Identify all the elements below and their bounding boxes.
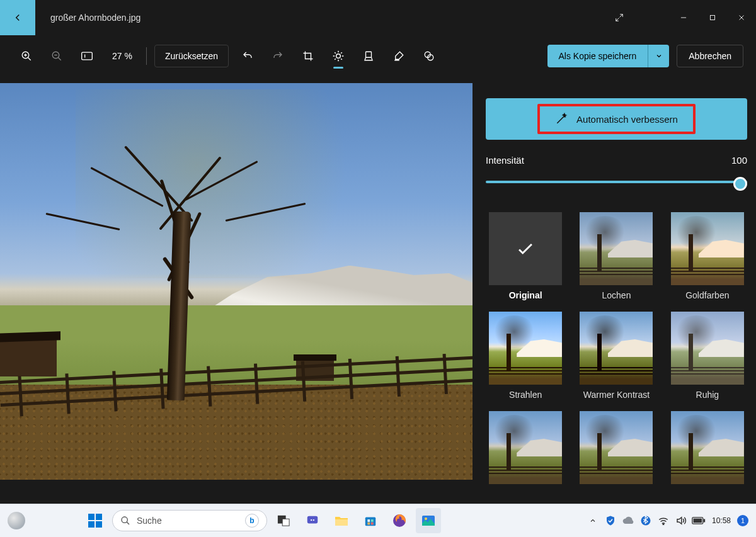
taskview-icon[interactable] xyxy=(271,508,296,533)
svg-point-8 xyxy=(122,517,127,523)
filter-grid: Original Lochen Goldfarben Strahlen Warm… xyxy=(486,212,747,489)
intensity-label: Intensität xyxy=(486,155,524,166)
file-name: großer Ahornboden.jpg xyxy=(50,13,140,23)
filter-strahlen[interactable]: Strahlen xyxy=(486,312,565,400)
zoom-in-icon[interactable] xyxy=(13,42,40,70)
filter-label: Goldfarben xyxy=(668,290,747,300)
slider-thumb[interactable] xyxy=(733,177,747,191)
svg-rect-26 xyxy=(694,519,702,523)
svg-rect-15 xyxy=(365,517,376,526)
filter-ruhig[interactable]: Ruhig xyxy=(668,312,747,400)
tray-chevron-icon[interactable] xyxy=(586,508,600,533)
fullscreen-icon[interactable] xyxy=(605,3,634,33)
redo-icon[interactable] xyxy=(264,42,292,70)
taskbar-search[interactable]: Suche b xyxy=(112,510,267,531)
notification-badge[interactable]: 1 xyxy=(737,515,748,526)
toolbar-divider xyxy=(146,47,147,65)
svg-rect-0 xyxy=(711,16,715,20)
svg-point-24 xyxy=(663,524,664,525)
retouch-icon[interactable] xyxy=(415,42,443,70)
filter-label: Ruhig xyxy=(668,390,747,400)
taskbar-clock[interactable]: 10:58 xyxy=(712,516,731,525)
reset-button[interactable]: Zurücksetzen xyxy=(154,45,229,67)
filter-original[interactable]: Original xyxy=(486,212,565,300)
intensity-value: 100 xyxy=(731,155,747,166)
filter-label: Lochen xyxy=(576,290,656,300)
weather-widget-icon[interactable] xyxy=(8,512,25,529)
explorer-icon[interactable] xyxy=(329,508,354,533)
photos-app-icon[interactable] xyxy=(416,508,441,533)
svg-point-4 xyxy=(336,54,341,59)
filter-goldfarben[interactable]: Goldfarben xyxy=(668,212,747,300)
maximize-button[interactable] xyxy=(698,3,727,33)
svg-rect-27 xyxy=(704,519,706,522)
filter-label: Original xyxy=(486,290,565,300)
chat-icon[interactable] xyxy=(300,508,325,533)
auto-enhance-button[interactable]: Automatisch verbessern xyxy=(486,98,747,140)
filter-label: Strahlen xyxy=(486,390,565,400)
taskbar: Suche b 10:58 1 xyxy=(0,504,756,537)
security-icon[interactable] xyxy=(604,508,617,533)
save-button[interactable]: Als Kopie speichern xyxy=(547,45,648,67)
wand-icon xyxy=(555,113,568,125)
svg-rect-14 xyxy=(335,519,348,526)
search-placeholder: Suche xyxy=(137,516,239,526)
filter-lochen[interactable]: Lochen xyxy=(576,212,656,300)
adjust-icon[interactable] xyxy=(324,42,352,70)
back-button[interactable] xyxy=(0,0,35,35)
battery-icon[interactable] xyxy=(692,508,706,533)
svg-rect-17 xyxy=(371,519,374,522)
svg-rect-11 xyxy=(307,516,318,524)
wifi-icon[interactable] xyxy=(656,508,670,533)
preview-area xyxy=(0,83,473,504)
save-split-button: Als Kopie speichern xyxy=(547,45,670,67)
onedrive-icon[interactable] xyxy=(621,508,635,533)
zoom-level[interactable]: 27 % xyxy=(103,51,141,61)
search-icon xyxy=(120,516,130,526)
start-button[interactable] xyxy=(82,509,108,532)
svg-rect-10 xyxy=(282,519,289,526)
cancel-button[interactable]: Abbrechen xyxy=(677,45,743,67)
edit-panel: Automatisch verbessern Intensität 100 Or… xyxy=(473,77,756,504)
filter-label: Warmer Kontrast xyxy=(576,390,656,400)
firefox-icon[interactable] xyxy=(387,508,412,533)
auto-enhance-label: Automatisch verbessern xyxy=(576,114,678,125)
undo-icon[interactable] xyxy=(234,42,261,70)
intensity-slider[interactable] xyxy=(486,176,747,188)
minimize-button[interactable] xyxy=(669,3,698,33)
filter-extra-3[interactable] xyxy=(668,411,747,489)
fit-icon[interactable] xyxy=(73,42,101,70)
image-preview[interactable] xyxy=(0,83,472,480)
svg-rect-19 xyxy=(371,523,374,525)
markup-icon[interactable] xyxy=(385,42,413,70)
title-bar: großer Ahornboden.jpg xyxy=(0,0,756,35)
toolbar: 27 % Zurücksetzen Als Kopie speichern Ab… xyxy=(0,35,756,77)
filter-warmer-kontrast[interactable]: Warmer Kontrast xyxy=(576,312,656,400)
auto-enhance-highlight: Automatisch verbessern xyxy=(537,104,696,134)
svg-point-12 xyxy=(311,519,312,521)
save-dropdown-button[interactable] xyxy=(648,45,669,67)
filter-extra-1[interactable] xyxy=(486,411,565,489)
svg-point-22 xyxy=(425,517,427,520)
svg-rect-18 xyxy=(367,523,370,525)
volume-icon[interactable] xyxy=(674,508,688,533)
crop-icon[interactable] xyxy=(294,42,322,70)
bing-chat-icon[interactable]: b xyxy=(245,514,259,528)
filter-icon[interactable] xyxy=(355,42,382,70)
filter-extra-2[interactable] xyxy=(576,411,656,489)
close-button[interactable] xyxy=(727,3,756,33)
bluetooth-icon[interactable] xyxy=(639,508,653,533)
store-icon[interactable] xyxy=(358,508,383,533)
svg-rect-5 xyxy=(365,52,371,57)
svg-rect-16 xyxy=(367,519,370,522)
svg-point-13 xyxy=(313,519,314,521)
zoom-out-icon[interactable] xyxy=(43,42,71,70)
